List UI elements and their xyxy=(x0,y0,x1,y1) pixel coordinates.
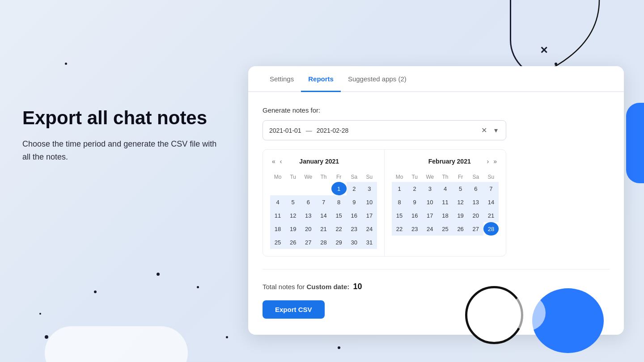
tab-bar: Settings Reports Suggested apps (2) xyxy=(248,66,624,92)
calendar-day[interactable]: 18 xyxy=(437,209,453,222)
calendar-day[interactable]: 16 xyxy=(347,209,362,222)
calendar-day[interactable]: 20 xyxy=(468,209,483,222)
date-separator: — xyxy=(306,127,312,134)
calendar-day[interactable]: 18 xyxy=(270,222,285,236)
calendar-day[interactable]: 5 xyxy=(453,182,468,195)
calendar-day xyxy=(301,182,316,195)
weekday-header: Mo xyxy=(392,172,407,182)
calendar-day[interactable]: 28 xyxy=(316,236,331,249)
calendar-day[interactable]: 10 xyxy=(422,195,437,209)
calendar-day[interactable]: 22 xyxy=(392,222,407,236)
calendar-day[interactable]: 31 xyxy=(362,236,377,249)
calendar-day[interactable]: 21 xyxy=(483,209,499,222)
dropdown-button[interactable]: ▾ xyxy=(492,125,500,135)
calendar-day[interactable]: 27 xyxy=(301,236,316,249)
calendars-container: « ‹ January 2021 MoTuWeThFrSaSu 12345678… xyxy=(263,149,506,257)
calendar-day[interactable]: 6 xyxy=(301,195,316,209)
date-end: 2021-02-28 xyxy=(317,127,349,134)
next-month-button[interactable]: › xyxy=(485,157,491,166)
calendar-day[interactable]: 15 xyxy=(331,209,347,222)
weekday-header: We xyxy=(301,172,316,182)
calendar-february: February 2021 › » MoTuWeThFrSaSu 1234567… xyxy=(385,150,506,256)
calendar-day[interactable]: 24 xyxy=(422,222,437,236)
tab-settings[interactable]: Settings xyxy=(263,66,301,92)
calendar-day[interactable]: 1 xyxy=(392,182,407,195)
clear-date-button[interactable]: ✕ xyxy=(479,125,489,135)
weekday-header: Fr xyxy=(331,172,347,182)
calendar-day[interactable]: 14 xyxy=(483,195,499,209)
calendar-day[interactable]: 28 xyxy=(483,222,499,236)
calendar-day[interactable]: 12 xyxy=(453,195,468,209)
calendar-day[interactable]: 10 xyxy=(362,195,377,209)
calendar-day[interactable]: 26 xyxy=(453,222,468,236)
calendar-day[interactable]: 20 xyxy=(301,222,316,236)
calendar-day xyxy=(316,182,331,195)
calendar-day[interactable]: 17 xyxy=(362,209,377,222)
calendar-day[interactable]: 1 xyxy=(331,182,347,195)
date-start: 2021-01-01 xyxy=(269,127,301,134)
calendar-day[interactable]: 24 xyxy=(362,222,377,236)
dot-6 xyxy=(65,63,67,65)
tab-reports[interactable]: Reports xyxy=(301,66,341,92)
weekday-header: Su xyxy=(483,172,499,182)
weekday-header: Mo xyxy=(270,172,285,182)
calendar-day[interactable]: 19 xyxy=(453,209,468,222)
calendar-day[interactable]: 4 xyxy=(437,182,453,195)
calendar-day[interactable]: 30 xyxy=(347,236,362,249)
bg-white-circle xyxy=(510,295,546,331)
calendar-day[interactable]: 9 xyxy=(407,195,422,209)
total-prefix: Total notes for xyxy=(263,283,305,290)
calendar-day[interactable]: 11 xyxy=(437,195,453,209)
calendar-day[interactable]: 27 xyxy=(468,222,483,236)
tab-suggested-apps[interactable]: Suggested apps (2) xyxy=(341,66,414,92)
calendar-day[interactable]: 13 xyxy=(301,209,316,222)
weekday-header: Tu xyxy=(407,172,422,182)
weekday-header: Sa xyxy=(347,172,362,182)
calendar-day[interactable]: 19 xyxy=(285,222,301,236)
dot-10 xyxy=(338,346,340,349)
calendar-day[interactable]: 17 xyxy=(422,209,437,222)
calendar-day xyxy=(270,182,285,195)
calendar-day[interactable]: 15 xyxy=(392,209,407,222)
calendar-day[interactable]: 8 xyxy=(331,195,347,209)
dot-1 xyxy=(157,273,160,276)
february-next-nav: › » xyxy=(485,157,499,166)
calendar-day[interactable]: 29 xyxy=(331,236,347,249)
calendar-day[interactable]: 9 xyxy=(347,195,362,209)
calendar-day[interactable]: 12 xyxy=(285,209,301,222)
next-year-button[interactable]: » xyxy=(491,157,499,166)
calendar-day[interactable]: 6 xyxy=(468,182,483,195)
calendar-day[interactable]: 21 xyxy=(316,222,331,236)
date-range-input[interactable]: 2021-01-01 — 2021-02-28 ✕ ▾ xyxy=(263,120,506,140)
weekday-header: Th xyxy=(437,172,453,182)
calendar-day[interactable]: 23 xyxy=(347,222,362,236)
prev-year-button[interactable]: « xyxy=(270,157,277,166)
export-csv-button[interactable]: Export CSV xyxy=(263,300,325,319)
calendar-day[interactable]: 8 xyxy=(392,195,407,209)
calendar-day[interactable]: 2 xyxy=(347,182,362,195)
calendar-day[interactable]: 14 xyxy=(316,209,331,222)
calendar-day[interactable]: 26 xyxy=(285,236,301,249)
page-description: Choose the time period and generate the … xyxy=(22,138,219,164)
weekday-header: Sa xyxy=(468,172,483,182)
calendar-day[interactable]: 7 xyxy=(483,182,499,195)
prev-month-button[interactable]: ‹ xyxy=(278,157,284,166)
calendar-day[interactable]: 3 xyxy=(362,182,377,195)
bg-blue-strip xyxy=(626,103,644,183)
calendar-day[interactable]: 2 xyxy=(407,182,422,195)
calendar-day[interactable]: 25 xyxy=(437,222,453,236)
calendar-day[interactable]: 4 xyxy=(270,195,285,209)
calendar-day[interactable]: 7 xyxy=(316,195,331,209)
calendar-day[interactable]: 16 xyxy=(407,209,422,222)
calendar-day[interactable]: 3 xyxy=(422,182,437,195)
january-prev-nav: « ‹ xyxy=(270,157,284,166)
calendar-day[interactable]: 23 xyxy=(407,222,422,236)
calendar-day[interactable]: 5 xyxy=(285,195,301,209)
calendar-day[interactable]: 11 xyxy=(270,209,285,222)
dot-5 xyxy=(45,335,48,339)
weekday-header: Su xyxy=(362,172,377,182)
calendar-day[interactable]: 13 xyxy=(468,195,483,209)
calendar-day[interactable]: 22 xyxy=(331,222,347,236)
calendar-day[interactable]: 25 xyxy=(270,236,285,249)
close-button[interactable]: ✕ xyxy=(540,45,548,56)
